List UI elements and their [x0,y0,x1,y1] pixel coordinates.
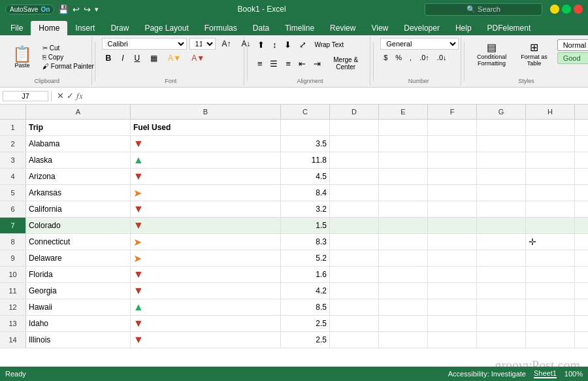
cell-H-10[interactable] [526,267,575,282]
cell-C-5[interactable]: 8.4 [281,185,330,201]
number-format-select[interactable]: General [380,38,459,50]
autosave-toggle[interactable]: AutoSave On [5,5,54,14]
cell-E-13[interactable] [379,316,428,331]
decrease-indent-button[interactable]: ⇤ [295,54,309,73]
cell-C-11[interactable]: 4.2 [281,283,330,299]
cell-A-12[interactable]: Hawaii [26,299,131,315]
cell-H-8[interactable]: ✛ [526,234,575,250]
cell-F-10[interactable] [428,267,477,282]
col-header-b[interactable]: B [131,105,281,119]
cell-I-8[interactable] [575,234,588,250]
merge-center-button[interactable]: Merge & Center [325,54,366,73]
cell-F-11[interactable] [428,283,477,299]
cell-B-3[interactable]: ▲ [131,152,281,168]
col-header-i[interactable]: I [575,105,588,119]
row-number-8[interactable]: 8 [0,234,26,250]
cell-I-6[interactable] [575,201,588,217]
cell-B-4[interactable]: ▼ [131,169,281,184]
cell-G-10[interactable] [477,267,526,282]
cell-E-5[interactable] [379,185,428,201]
tab-pdfelement[interactable]: PDFelement [480,21,539,35]
cell-G-12[interactable] [477,299,526,315]
cell-B-10[interactable]: ▼ [131,267,281,282]
cell-B-9[interactable]: ➤ [131,250,281,266]
row-number-1[interactable]: 1 [0,120,26,135]
cell-I-12[interactable] [575,299,588,315]
cell-D-5[interactable] [330,185,379,201]
cell-F-6[interactable] [428,201,477,217]
align-top-button[interactable]: ⬆ [254,38,268,52]
cell-H-6[interactable] [526,201,575,217]
cell-B-6[interactable]: ▼ [131,201,281,217]
copy-button[interactable]: ⎘ Copy [41,53,96,61]
style-normal[interactable]: Normal [557,39,588,51]
col-header-f[interactable]: F [428,105,477,119]
row-number-13[interactable]: 13 [0,316,26,331]
cell-F-2[interactable] [428,136,477,152]
cell-D-2[interactable] [330,136,379,152]
cell-D-6[interactable] [330,201,379,217]
cell-F-1[interactable] [428,120,477,135]
row-number-11[interactable]: 11 [0,283,26,299]
cell-H-14[interactable] [526,332,575,348]
cell-A-8[interactable]: Connecticut [26,234,131,250]
cell-E-4[interactable] [379,169,428,184]
font-color-button[interactable]: A▼ [188,52,208,64]
cell-C-1[interactable] [281,120,330,135]
cell-H-7[interactable] [526,218,575,233]
cell-C-9[interactable]: 5.2 [281,250,330,266]
accounting-button[interactable]: $ [380,52,391,63]
cell-A-5[interactable]: Arkansas [26,185,131,201]
cell-E-3[interactable] [379,152,428,168]
cell-D-3[interactable] [330,152,379,168]
italic-button[interactable]: I [118,52,127,64]
border-button[interactable]: ▦ [146,52,161,64]
cell-D-12[interactable] [330,299,379,315]
tab-file[interactable]: File [3,21,31,35]
tab-page-layout[interactable]: Page Layout [137,21,196,35]
cell-B-12[interactable]: ▲ [131,299,281,315]
cell-I-13[interactable] [575,316,588,331]
decrease-decimal-button[interactable]: .0↓ [434,52,450,63]
maximize-button[interactable] [562,5,571,14]
more-icon[interactable]: ▾ [95,5,99,14]
cell-G-3[interactable] [477,152,526,168]
cell-G-2[interactable] [477,136,526,152]
cell-I-14[interactable] [575,332,588,348]
cell-C-7[interactable]: 1.5 [281,218,330,233]
increase-indent-button[interactable]: ⇥ [310,54,324,73]
tab-insert[interactable]: Insert [67,21,103,35]
row-number-10[interactable]: 10 [0,267,26,282]
cell-I-1[interactable] [575,120,588,135]
cell-F-14[interactable] [428,332,477,348]
cell-B-7[interactable]: ▼ [131,218,281,233]
tab-help[interactable]: Help [448,21,480,35]
cell-H-1[interactable] [526,120,575,135]
cell-E-2[interactable] [379,136,428,152]
cell-reference-input[interactable] [3,91,48,101]
cell-D-9[interactable] [330,250,379,266]
align-bottom-button[interactable]: ⬇ [281,38,295,52]
col-header-a[interactable]: A [26,105,131,119]
format-painter-button[interactable]: 🖌 Format Painter [41,62,96,71]
redo-icon[interactable]: ↪ [84,5,91,14]
cell-A-4[interactable]: Arizona [26,169,131,184]
cell-D-10[interactable] [330,267,379,282]
confirm-formula-icon[interactable]: ✓ [67,91,74,101]
cell-I-7[interactable] [575,218,588,233]
percent-button[interactable]: % [392,52,405,63]
cell-E-9[interactable] [379,250,428,266]
cell-G-9[interactable] [477,250,526,266]
row-number-9[interactable]: 9 [0,250,26,266]
cell-A-6[interactable]: California [26,201,131,217]
close-button[interactable] [574,5,583,14]
paste-button[interactable]: 📋 Paste [7,43,38,72]
cell-H-3[interactable] [526,152,575,168]
cell-G-14[interactable] [477,332,526,348]
cell-F-5[interactable] [428,185,477,201]
cell-H-2[interactable] [526,136,575,152]
tab-view[interactable]: View [363,21,396,35]
increase-decimal-button[interactable]: .0↑ [416,52,433,63]
cell-C-13[interactable]: 2.5 [281,316,330,331]
tab-review[interactable]: Review [322,21,363,35]
